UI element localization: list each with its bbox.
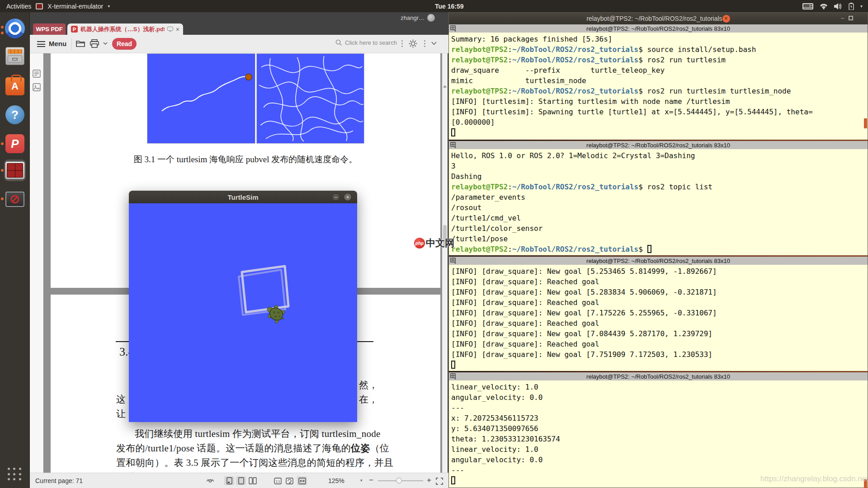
running-dot	[1, 197, 4, 200]
keyboard-icon	[802, 3, 813, 9]
dock-item-wps-pdf[interactable]: P	[4, 133, 26, 155]
more-tools-icon[interactable]	[424, 40, 425, 47]
top-bar: Activities X-terminal-emulator ▾ Tue 16:…	[0, 0, 868, 12]
outline-panel-icon[interactable]	[33, 70, 41, 78]
actual-size-icon[interactable]: 1:1	[273, 476, 283, 485]
dock-item-ubuntu-software[interactable]: A	[4, 75, 26, 97]
terminal-pane-1[interactable]: Summary: 16 packages finished [5.36s]rel…	[449, 33, 868, 140]
turtlesim-canvas	[129, 203, 357, 422]
zoom-slider-thumb[interactable]	[396, 478, 402, 483]
tray-caret-icon: ▾	[860, 4, 863, 9]
dock: A ? P	[0, 12, 30, 488]
php-cn-watermark: php 中文网	[414, 237, 454, 249]
wps-brand-button[interactable]: WPS PDF	[33, 23, 66, 35]
terminal-window-title: relaybot@TPS2: ~/RobTool/ROS2/ros2_tutor…	[586, 15, 722, 22]
menu-icon[interactable]	[37, 41, 45, 47]
running-dot	[1, 169, 4, 172]
wps-titlebar[interactable]: WPS PDF P 机器人操作系统（…S）浅析.pdf × zhangr…	[30, 12, 448, 35]
avatar	[427, 14, 435, 22]
wps-statusbar: Current page: 71 1:1 125% ▾ − +	[30, 473, 448, 488]
dock-item-help[interactable]: ?	[4, 104, 26, 126]
account-name: zhangr…	[401, 14, 425, 21]
dock-item-terminal[interactable]	[4, 160, 26, 181]
terminal-pane-4[interactable]: linear_velocity: 1.0angular_velocity: 0.…	[449, 380, 868, 488]
wifi-icon	[820, 3, 828, 9]
eye-protect-icon[interactable]	[205, 476, 215, 485]
running-dot	[1, 142, 4, 145]
pane-title: relaybot@TPS2: ~/RobTool/ROS2/ros2_tutor…	[586, 142, 730, 149]
menu-button[interactable]: Menu	[49, 40, 66, 47]
toolbar-divider	[71, 38, 72, 50]
clock[interactable]: Tue 16:59	[435, 0, 464, 12]
minimize-button[interactable]: –	[332, 193, 340, 201]
terminal-pane-3[interactable]: [INFO] [draw_square]: New goal [5.253465…	[449, 265, 868, 371]
turtlesim-titlebar[interactable]: TurtleSim – ×	[129, 191, 357, 203]
zoom-out-button[interactable]: −	[369, 476, 373, 485]
zoom-dropdown-icon[interactable]: ▾	[360, 478, 363, 483]
close-icon[interactable]: ×	[722, 15, 730, 23]
terminal-icon	[5, 161, 25, 179]
app-menu-caret-icon: ▾	[108, 4, 110, 9]
blocked-icon	[5, 192, 24, 207]
pane-title: relaybot@TPS2: ~/RobTool/ROS2/ros2_tutor…	[586, 25, 730, 32]
fit-page-icon[interactable]	[284, 476, 294, 485]
pdf-scrollbar[interactable]	[442, 53, 448, 473]
settings-gear-icon[interactable]	[409, 39, 417, 48]
wps-pdf-icon: P	[5, 134, 24, 153]
zoom-in-button[interactable]: +	[427, 476, 431, 485]
php-logo-icon: php	[414, 238, 425, 249]
more-options-icon[interactable]	[401, 40, 403, 47]
system-tray[interactable]: ▾	[802, 0, 863, 12]
terminal-pane-2[interactable]: Hello, ROS 1.0 or ROS 2.0? 1=Melodic 2=C…	[449, 149, 868, 255]
split-pane-icon	[450, 142, 457, 148]
dock-item-file-cabinet[interactable]	[4, 45, 26, 67]
turtlesim-window: TurtleSim – ×	[129, 191, 357, 422]
pane-header-1[interactable]: relaybot@TPS2: ~/RobTool/ROS2/ros2_tutor…	[449, 24, 868, 33]
two-page-icon[interactable]	[248, 476, 258, 485]
read-mode-button[interactable]: Read	[112, 38, 137, 50]
terminal-titlebar[interactable]: relaybot@TPS2: ~/RobTool/ROS2/ros2_tutor…	[449, 13, 868, 24]
open-folder-icon[interactable]	[76, 39, 85, 47]
dock-item-screen-blocked[interactable]	[4, 188, 26, 210]
search-icon	[335, 39, 342, 46]
zoom-level-label[interactable]: 125%	[328, 477, 344, 484]
account-menu[interactable]: zhangr…	[401, 14, 435, 22]
images-panel-icon[interactable]	[33, 83, 41, 91]
single-page-scroll-icon[interactable]	[224, 476, 234, 485]
print-icon[interactable]	[90, 39, 99, 48]
terminal-scrollbar-thumb[interactable]	[864, 118, 867, 128]
share-screen-icon[interactable]	[167, 27, 173, 32]
close-button[interactable]: ×	[344, 193, 352, 201]
running-dot	[1, 26, 4, 28]
tab-close-icon[interactable]: ×	[176, 26, 179, 33]
fit-width-icon[interactable]	[297, 476, 307, 485]
pane-header-4[interactable]: relaybot@TPS2: ~/RobTool/ROS2/ros2_tutor…	[449, 372, 868, 380]
fullscreen-icon[interactable]	[434, 477, 444, 486]
maximize-icon[interactable]	[849, 16, 853, 20]
activities-button[interactable]: Activities	[6, 3, 31, 10]
search-box[interactable]: Click here to search	[335, 39, 397, 46]
help-icon: ?	[5, 105, 24, 124]
figure-turtlesim-random-left	[147, 53, 255, 144]
scroll-up-icon[interactable]	[443, 85, 447, 88]
active-app-menu[interactable]: X-terminal-emulator	[47, 3, 103, 10]
search-placeholder: Click here to search	[345, 39, 397, 46]
document-tab[interactable]: P 机器人操作系统（…S）浅析.pdf ×	[67, 23, 183, 35]
figure-turtlesim-random-right	[256, 53, 364, 144]
text-fragment: 在，	[359, 393, 378, 406]
zoom-slider[interactable]	[378, 480, 423, 481]
svg-text:1:1: 1:1	[275, 479, 280, 483]
print-dropdown-icon[interactable]	[103, 42, 108, 45]
terminal-app-icon	[36, 3, 43, 9]
text-fragment: 然，	[359, 379, 378, 391]
pane-header-2[interactable]: relaybot@TPS2: ~/RobTool/ROS2/ros2_tutor…	[449, 141, 868, 149]
pane-header-3[interactable]: relaybot@TPS2: ~/RobTool/ROS2/ros2_tutor…	[449, 257, 868, 265]
chromium-icon	[5, 19, 25, 38]
collapse-toolbar-icon[interactable]	[431, 42, 437, 45]
show-applications-button[interactable]	[8, 468, 22, 481]
single-page-icon[interactable]	[236, 476, 246, 485]
minimize-icon[interactable]: –	[841, 15, 844, 21]
dock-item-chromium[interactable]	[4, 18, 26, 39]
paragraph-line: 我们继续使用 turtlesim 作为测试平台，订阅 turtlesim_nod…	[135, 427, 381, 440]
pdf-file-icon: P	[71, 26, 78, 33]
